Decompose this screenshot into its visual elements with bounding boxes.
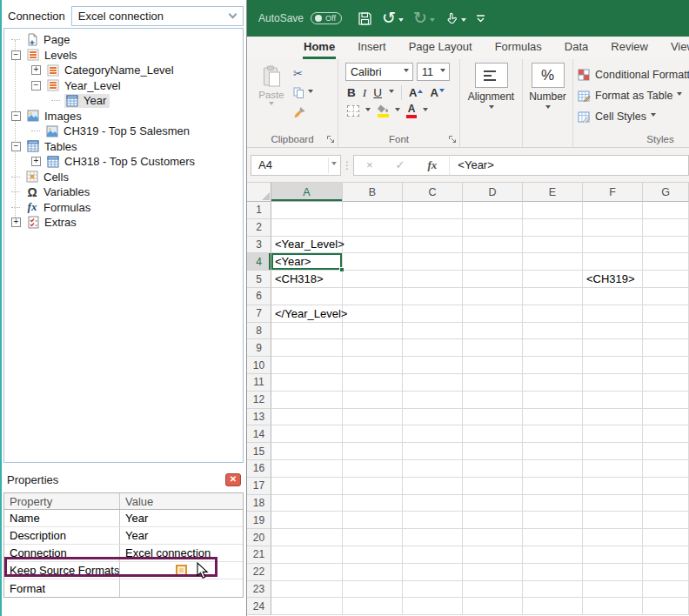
grid-cell-C12[interactable] [403,392,463,409]
grid-cell-D7[interactable] [463,305,523,323]
grid-cell-A15[interactable] [271,443,343,460]
grid-cell-B15[interactable] [343,443,403,460]
tree-node[interactable]: CategoryName_Level [45,64,177,77]
tab-page-layout[interactable]: Page Layout [398,37,484,59]
grid-cell-A23[interactable] [271,581,343,599]
grid-cell-D11[interactable] [463,374,523,392]
grid-cell-D20[interactable] [463,529,523,546]
grid-cell-C2[interactable] [403,219,463,237]
keep-source-formats-checkbox[interactable] [176,565,187,576]
grid-cell-G18[interactable] [643,495,689,512]
insert-function-icon[interactable]: fx [428,158,438,172]
grid-cell-G16[interactable] [643,460,689,478]
select-all-corner[interactable] [247,183,271,202]
row-header-6[interactable]: 6 [247,288,271,305]
property-name-cell[interactable]: Connection [4,545,120,561]
grid-cell-A3[interactable]: <Year_Level> [271,237,343,254]
underline-button[interactable]: U [373,86,382,99]
row-header-13[interactable]: 13 [247,409,271,426]
tree-node[interactable]: CH319 - Top 5 Salesmen [44,124,193,138]
paste-button[interactable]: Paste [251,64,291,131]
grid-cell-E10[interactable] [523,357,583,374]
dialog-launcher-icon[interactable] [326,135,335,144]
grid-cell-B17[interactable] [343,478,403,495]
touch-mode-button[interactable] [445,11,466,26]
grid-cell-F14[interactable] [583,425,643,443]
grid-cell-C14[interactable] [403,425,463,443]
row-header-14[interactable]: 14 [247,425,271,443]
undo-button[interactable]: ↺ [382,11,404,25]
property-name-cell[interactable]: Description [4,527,120,544]
cut-button[interactable]: ✂ [293,67,313,80]
grid-cell-B2[interactable] [343,219,403,237]
grid-cell-C4[interactable] [403,253,463,271]
connection-dropdown[interactable]: Excel connection [71,6,244,26]
grid-cell-A17[interactable] [271,478,343,495]
grid-cell-G13[interactable] [643,409,689,426]
tab-review[interactable]: Review [599,37,659,59]
grid-cell-B20[interactable] [343,529,403,546]
grid-cell-F1[interactable] [583,202,643,219]
grid-cell-A13[interactable] [271,409,343,426]
column-header-G[interactable]: G [643,183,689,202]
property-row-format[interactable]: Format [4,579,243,597]
grid-cell-E5[interactable] [523,271,583,288]
row-header-11[interactable]: 11 [247,374,271,392]
grid-cell-D13[interactable] [463,409,523,426]
grid-cell-A5[interactable]: <CH318> [271,271,343,288]
grid-cell-D5[interactable] [463,271,523,288]
grid-cell-E15[interactable] [523,443,583,460]
grid-cell-F15[interactable] [583,443,643,460]
grid-cell-A22[interactable] [271,564,343,581]
tree-item-levels[interactable]: −Levels [4,48,243,64]
grid-cell-C18[interactable] [403,495,463,512]
grid-cell-G6[interactable] [643,288,689,305]
grid-cell-D10[interactable] [463,357,523,374]
grid-cell-G4[interactable] [643,253,689,271]
grid-cell-F11[interactable] [583,374,643,392]
grid-cell-C13[interactable] [403,409,463,426]
close-icon[interactable]: ✕ [225,473,241,486]
grid-cell-D1[interactable] [463,202,523,219]
grid-cell-E23[interactable] [523,581,583,599]
grid-cell-E6[interactable] [523,288,583,305]
grid-cell-D9[interactable] [463,339,523,357]
grid-cell-E3[interactable] [523,237,583,254]
chevron-down-icon[interactable] [389,90,394,96]
grid-cell-G9[interactable] [643,339,689,357]
grid-cell-B23[interactable] [343,581,403,599]
grid-cell-E1[interactable] [523,202,583,219]
grid-cell-G12[interactable] [643,392,689,409]
tree-node[interactable]: Page [24,33,73,47]
alignment-button[interactable]: Alignment [460,59,522,147]
grid-cell-F2[interactable] [583,219,643,237]
tree-item-formulas[interactable]: fxFormulas [4,200,243,216]
chevron-down-icon[interactable] [423,108,428,114]
grid-cell-F19[interactable] [583,512,643,529]
grid-cell-G3[interactable] [643,237,689,254]
grid-cell-G14[interactable] [643,425,689,443]
row-header-15[interactable]: 15 [247,443,271,460]
grid-cell-E12[interactable] [523,392,583,409]
row-header-12[interactable]: 12 [247,392,271,409]
grid-cell-D6[interactable] [463,288,523,305]
row-header-23[interactable]: 23 [247,581,271,599]
column-header-C[interactable]: C [403,183,463,202]
grid-cell-G22[interactable] [643,564,689,581]
grid-cell-B12[interactable] [343,392,403,409]
grid-cell-C5[interactable] [403,271,463,288]
format-painter-button[interactable] [293,105,313,118]
grid-cell-F17[interactable] [583,478,643,495]
grid-cell-A10[interactable] [271,357,343,374]
drag-handle-icon[interactable]: ⋮ [341,159,353,171]
grid-cell-D22[interactable] [463,564,523,581]
row-header-18[interactable]: 18 [247,495,271,512]
grid-cell-C23[interactable] [403,581,463,599]
chevron-down-icon[interactable] [395,108,400,114]
row-header-21[interactable]: 21 [247,546,271,564]
fill-color-button[interactable] [377,104,389,117]
row-header-7[interactable]: 7 [247,305,271,323]
grid-cell-D15[interactable] [463,443,523,460]
grid-cell-F5[interactable]: <CH319> [583,271,643,288]
grid-cell-E18[interactable] [523,495,583,512]
